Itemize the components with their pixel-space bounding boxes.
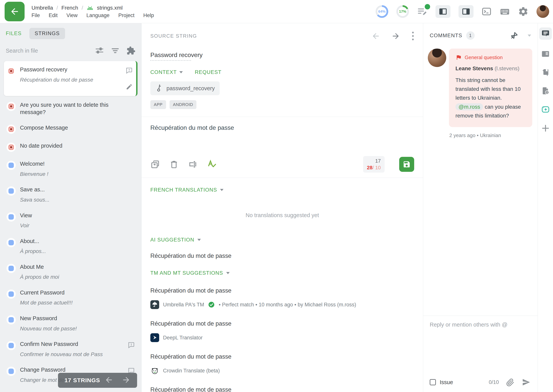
reply-input[interactable] [430,322,531,374]
breadcrumb-file[interactable]: strings.xml [97,5,123,11]
attach-file-icon[interactable] [506,378,515,387]
strings-sidebar: FILES STRINGS Password [0,23,141,392]
breadcrumb-language[interactable]: French [62,5,78,11]
edit-pencil-icon[interactable] [126,83,133,91]
chevron-down-icon[interactable] [528,35,531,37]
source-string-heading: SOURCE STRING [150,33,197,39]
reply-char-counter: 0/10 [489,379,499,385]
keyboard-shortcuts-icon[interactable] [500,6,510,17]
string-source: About... [20,238,135,245]
previous-string-arrow[interactable] [371,32,380,41]
rail-comments-tab[interactable] [539,28,552,40]
string-row[interactable]: New Password Nouveau mot de passe! [4,311,138,336]
deepl-icon [150,333,159,342]
string-row[interactable]: Confirm New Password Confirmer le nouvea… [4,336,138,362]
save-translation-button[interactable] [399,157,414,172]
key-icon [154,83,165,94]
clear-translation-trash-icon[interactable] [169,160,179,169]
menu-file[interactable]: File [31,13,40,18]
right-panel-icon [462,8,470,14]
string-row[interactable]: Are you sure you want to delete this mes… [4,97,138,120]
suggestion-text[interactable]: Récupération du mot de passe [150,287,414,294]
menu-language[interactable]: Language [86,13,109,18]
tab-files[interactable]: FILES [6,28,22,39]
comment-username: (l.stevens) [495,65,519,71]
breadcrumb-separator: / [56,5,58,11]
approval-progress-ring[interactable]: 17% [396,5,409,18]
menu-bar: File Edit View Language Project Help [31,13,154,18]
suggestion-text[interactable]: Récupération du mot de passe [150,320,414,327]
rail-glossary-tab[interactable] [541,68,550,77]
toast-prev-arrow[interactable] [105,376,113,385]
ai-suggestion-text[interactable]: Récupération du mot de passe [150,252,414,259]
translation-toolbar: 17 28/ 10 [150,153,414,178]
section-french-translations[interactable]: FRENCH TRANSLATIONS [150,187,414,193]
send-comment-icon[interactable] [522,378,531,387]
breadcrumb: Umbrella / French / strings.xml [31,5,154,11]
user-avatar[interactable] [537,5,549,18]
spellcheck-icon[interactable] [207,159,217,169]
translation-input[interactable]: Récupération du mot de passe [150,124,414,153]
string-source: Compose Message [20,124,135,132]
toggle-right-panel-button[interactable] [459,5,474,18]
string-row[interactable]: Compose Message [4,120,138,138]
select-text-icon[interactable] [188,160,198,169]
rail-context-tab[interactable] [541,50,550,58]
string-row-selected[interactable]: Password recovery Récupération du mot de… [4,61,138,96]
suggestion-text[interactable]: Récupération de mot de passe [150,386,414,392]
string-row[interactable]: About... À propos... [4,233,138,259]
request-context-link[interactable]: REQUEST [195,69,221,75]
rail-ai-assistant-tab[interactable] [541,105,550,114]
console-icon[interactable] [482,7,491,16]
menu-view[interactable]: View [66,13,77,18]
status-icon-translated [7,367,16,376]
next-string-arrow[interactable] [391,32,400,41]
string-row[interactable]: Current Password Mot de passe actuel!!! [4,285,138,311]
string-row[interactable]: Read message Lire le message [4,388,138,392]
right-icon-rail [538,23,553,392]
settings-gear-icon[interactable] [518,6,528,17]
plugins-puzzle-icon[interactable] [126,46,136,55]
toggle-left-panel-button[interactable] [435,5,450,18]
context-dropdown[interactable]: CONTEXT [150,69,183,75]
search-input[interactable] [6,48,88,54]
string-labels: APP ANDROID [150,100,414,109]
suggestion-meta: • Perfect match • 10 months ago • by Mic… [219,302,356,308]
rail-add-panel-button[interactable] [541,124,550,133]
strings-count-label: 17 STRINGS [64,377,100,384]
toast-next-arrow[interactable] [122,376,131,385]
menu-project[interactable]: Project [118,13,134,18]
string-row[interactable]: Welcome! Bienvenue ! [4,156,138,182]
back-button[interactable] [5,2,25,21]
string-row[interactable]: View Voir [4,208,138,233]
my-translations-icon[interactable] [417,6,427,17]
more-options-kebab-icon[interactable] [411,31,414,41]
copy-source-icon[interactable] [150,160,160,169]
menu-edit[interactable]: Edit [49,13,58,18]
comment-author[interactable]: Leane Stevens [455,65,493,71]
pin-comments-icon[interactable] [510,31,518,40]
tm-suggestion: Récupération du mot de passe Umbrella PA… [150,287,414,309]
user-mention[interactable]: @m.ross [455,103,483,110]
char-counter: 17 28/ 10 [363,156,385,173]
breadcrumb-and-menu: Umbrella / French / strings.xml File Edi… [31,5,154,18]
string-row[interactable]: No date provided [4,138,138,156]
tab-strings[interactable]: STRINGS [29,28,65,39]
section-ai-suggestion[interactable]: AI SUGGESTION [150,237,414,243]
breadcrumb-project[interactable]: Umbrella [31,5,53,11]
commenter-avatar[interactable] [428,49,446,67]
search-settings-icon[interactable] [95,46,104,55]
translation-progress-ring[interactable]: 64% [376,5,388,18]
string-row[interactable]: About Me À propos de moi [4,259,138,285]
section-tm-mt-suggestions[interactable]: TM AND MT SUGGESTIONS [150,270,414,276]
menu-help[interactable]: Help [143,13,154,18]
filter-icon[interactable] [111,46,120,55]
issue-checkbox[interactable] [430,379,436,385]
string-key-chip[interactable]: password_recovery [150,81,220,95]
string-row[interactable]: Save as... Sava sous... [4,182,138,208]
string-translation: Nouveau mot de passe! [20,325,135,332]
suggestion-text[interactable]: Récupération du mot de passe [150,353,414,360]
rail-file-info-tab[interactable] [541,87,550,95]
chevron-down-icon [226,272,230,274]
string-source: Welcome! [20,160,135,168]
